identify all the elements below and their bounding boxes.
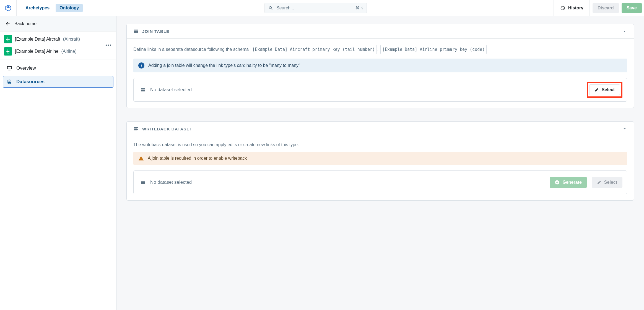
object-type-aircraft[interactable]: [Example Data] Aircraft (Aircraft) — [0, 33, 116, 45]
tab-ontology[interactable]: Ontology — [56, 4, 83, 12]
database-icon — [6, 79, 12, 85]
object-type-airline[interactable]: [Example Data] Airline (Airline) — [0, 45, 116, 57]
history-button[interactable]: History — [554, 0, 590, 16]
history-label: History — [568, 6, 583, 10]
join-info-callout: i Adding a join table will change the li… — [133, 59, 627, 72]
plus-circle-icon — [555, 180, 560, 185]
dataset-icon — [140, 87, 146, 93]
arrow-left-icon — [5, 21, 11, 27]
info-icon: i — [138, 62, 144, 69]
app-logo[interactable] — [0, 0, 17, 16]
join-schema-description: Define links in a separate datasource fo… — [133, 45, 627, 54]
search-placeholder: Search... — [276, 6, 355, 10]
history-icon — [560, 5, 565, 11]
writeback-dataset-row: No dataset selected Generate Select — [133, 170, 627, 194]
discard-button[interactable]: Discard — [593, 3, 619, 13]
top-bar: Archetypes Ontology Search... ⌘ K Histor… — [0, 0, 644, 16]
back-home-label: Back home — [14, 21, 37, 26]
sidebar-item-label: Overview — [16, 65, 36, 71]
chevron-down-icon[interactable] — [622, 126, 627, 131]
panel-title-text: JOIN TABLE — [142, 29, 169, 34]
cube-icon — [4, 4, 12, 12]
writeback-icon — [133, 126, 139, 132]
save-button[interactable]: Save — [622, 3, 642, 13]
pencil-icon — [597, 180, 601, 185]
search-input[interactable]: Search... ⌘ K — [264, 3, 367, 13]
tab-archetypes[interactable]: Archetypes — [22, 4, 53, 12]
join-dataset-row: No dataset selected Select — [133, 78, 627, 102]
object-api-name: (Airline) — [61, 49, 76, 54]
generate-writeback-button[interactable]: Generate — [550, 177, 586, 188]
join-table-panel: JOIN TABLE Define links in a separate da… — [126, 24, 634, 108]
aircraft-icon — [4, 35, 12, 43]
sidebar: Back home [Example Data] Aircraft (Aircr… — [0, 16, 116, 310]
no-dataset-label: No dataset selected — [150, 87, 192, 93]
join-table-header[interactable]: JOIN TABLE — [127, 24, 634, 39]
schema-code-airline: [Example Data] Airline primary key (code… — [380, 45, 487, 54]
select-highlight: Select — [587, 82, 622, 98]
no-dataset-label: No dataset selected — [150, 180, 192, 185]
object-api-name: (Aircraft) — [63, 37, 80, 42]
object-type-list: [Example Data] Aircraft (Aircraft) [Exam… — [0, 31, 116, 59]
dataset-icon — [140, 180, 146, 185]
sidebar-item-datasources[interactable]: Datasources — [3, 76, 113, 88]
writeback-header[interactable]: WRITEBACK DATASET — [127, 122, 634, 136]
back-home-button[interactable]: Back home — [0, 16, 116, 31]
panel-title-text: WRITEBACK DATASET — [142, 127, 192, 131]
chevron-down-icon[interactable] — [622, 29, 627, 34]
select-writeback-dataset-button[interactable]: Select — [592, 177, 622, 188]
main-content: JOIN TABLE Define links in a separate da… — [116, 16, 644, 310]
table-icon — [133, 28, 139, 34]
search-icon — [268, 5, 274, 11]
object-more-menu[interactable]: ••• — [105, 43, 112, 48]
search-shortcut: ⌘ K — [355, 6, 363, 10]
writeback-panel: WRITEBACK DATASET The writeback dataset … — [126, 121, 634, 201]
monitor-icon — [6, 65, 12, 71]
writeback-warning: A join table is required in order to ena… — [133, 152, 627, 165]
object-name: [Example Data] Airline — [15, 49, 58, 54]
writeback-description: The writeback dataset is used so you can… — [133, 142, 627, 147]
select-join-dataset-button[interactable]: Select — [589, 84, 620, 95]
sidebar-item-label: Datasources — [16, 79, 45, 85]
airline-icon — [4, 47, 12, 56]
warning-icon — [138, 156, 144, 161]
object-name: [Example Data] Aircraft — [15, 37, 60, 42]
pencil-icon — [594, 88, 599, 92]
sidebar-item-overview[interactable]: Overview — [3, 62, 113, 74]
schema-code-aircraft: [Example Data] Aircraft primary key (tai… — [251, 45, 377, 54]
